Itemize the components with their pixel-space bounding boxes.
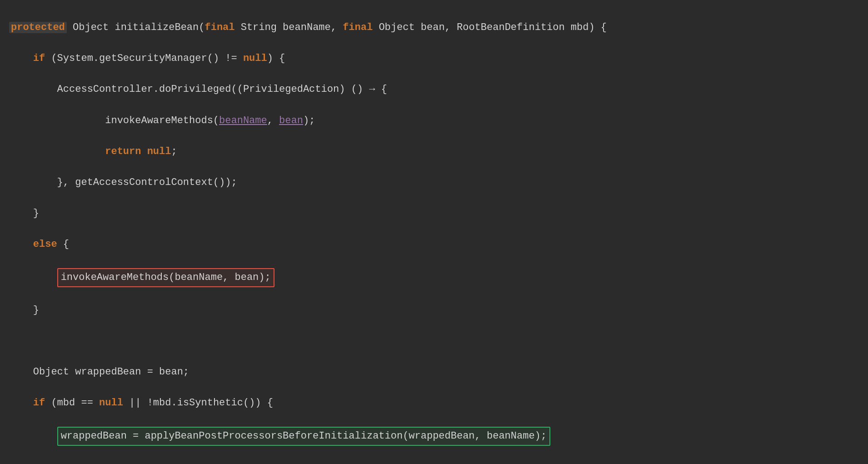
line-13: if (mbd == null || !mbd.isSynthetic()) { [9,395,859,411]
line-14: wrappedBean = applyBeanPostProcessorsBef… [9,427,859,446]
line-7: } [9,206,859,221]
line-8: else { [9,237,859,252]
line-12: Object wrappedBean = bean; [9,364,859,380]
line-3: AccessController.doPrivileged((Privilege… [9,82,859,97]
highlight-red-box: invokeAwareMethods(beanName, bean); [57,268,274,287]
line-blank-1 [9,334,859,349]
line-10: } [9,303,859,318]
kw-final-1: final [205,22,234,33]
line-1-rest: Object initializeBean(final String beanN… [67,22,607,33]
line-1: protected Object initializeBean(final St… [9,20,859,35]
line-5: return null; [9,144,859,160]
highlight-green-box: wrappedBean = applyBeanPostProcessorsBef… [57,427,550,446]
line-4: invokeAwareMethods(beanName, bean); [9,113,859,129]
line-9: invokeAwareMethods(beanName, bean); [9,268,859,287]
line-15: } [9,461,859,464]
line-6: }, getAccessControlContext()); [9,175,859,190]
kw-final-2: final [343,22,373,33]
code-container: protected Object initializeBean(final St… [0,0,868,464]
keyword-protected: protected [9,22,67,33]
line-2: if (System.getSecurityManager() != null)… [9,51,859,66]
